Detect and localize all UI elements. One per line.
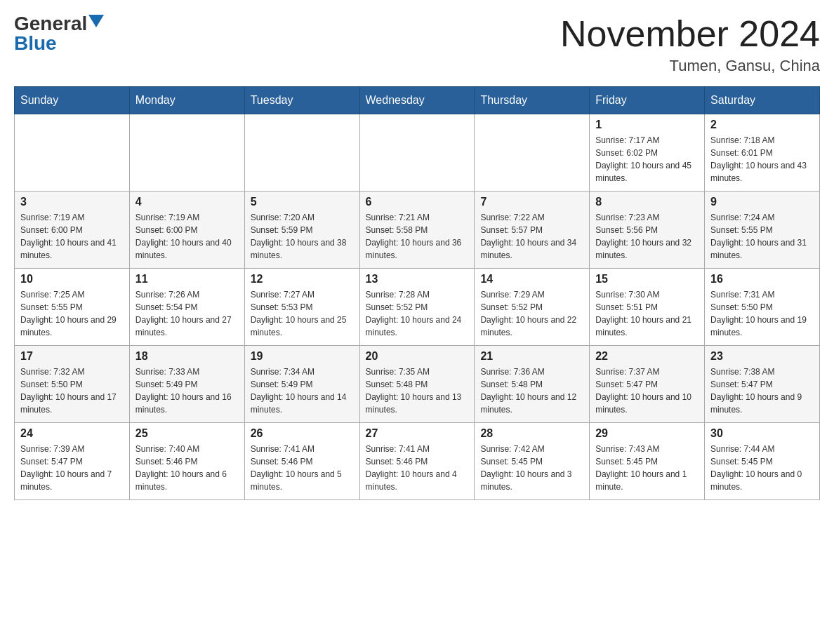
day-cell: 1Sunrise: 7:17 AMSunset: 6:02 PMDaylight… bbox=[590, 114, 705, 192]
day-cell: 14Sunrise: 7:29 AMSunset: 5:52 PMDayligh… bbox=[475, 269, 590, 346]
day-number: 18 bbox=[135, 350, 239, 363]
day-number: 14 bbox=[480, 273, 583, 286]
day-cell: 18Sunrise: 7:33 AMSunset: 5:49 PMDayligh… bbox=[129, 346, 244, 423]
header-friday: Friday bbox=[590, 87, 705, 114]
day-cell: 30Sunrise: 7:44 AMSunset: 5:45 PMDayligh… bbox=[705, 423, 820, 500]
day-cell: 25Sunrise: 7:40 AMSunset: 5:46 PMDayligh… bbox=[129, 423, 244, 500]
week-row-4: 17Sunrise: 7:32 AMSunset: 5:50 PMDayligh… bbox=[15, 346, 820, 423]
title-block: November 2024 Tumen, Gansu, China bbox=[560, 14, 820, 75]
day-cell: 29Sunrise: 7:43 AMSunset: 5:45 PMDayligh… bbox=[590, 423, 705, 500]
day-info: Sunrise: 7:19 AMSunset: 6:00 PMDaylight:… bbox=[135, 211, 239, 262]
day-cell: 16Sunrise: 7:31 AMSunset: 5:50 PMDayligh… bbox=[705, 269, 820, 346]
day-number: 16 bbox=[710, 273, 814, 286]
header-wednesday: Wednesday bbox=[359, 87, 475, 114]
week-row-2: 3Sunrise: 7:19 AMSunset: 6:00 PMDaylight… bbox=[15, 192, 820, 269]
header-monday: Monday bbox=[129, 87, 244, 114]
day-info: Sunrise: 7:40 AMSunset: 5:46 PMDaylight:… bbox=[135, 443, 239, 493]
day-cell: 10Sunrise: 7:25 AMSunset: 5:55 PMDayligh… bbox=[15, 269, 130, 346]
day-number: 3 bbox=[20, 196, 124, 208]
day-number: 1 bbox=[595, 119, 699, 131]
day-info: Sunrise: 7:44 AMSunset: 5:45 PMDaylight:… bbox=[710, 443, 814, 493]
day-cell: 20Sunrise: 7:35 AMSunset: 5:48 PMDayligh… bbox=[359, 346, 475, 423]
day-info: Sunrise: 7:25 AMSunset: 5:55 PMDaylight:… bbox=[20, 288, 124, 339]
day-number: 12 bbox=[251, 273, 354, 286]
header-saturday: Saturday bbox=[705, 87, 820, 114]
day-cell: 23Sunrise: 7:38 AMSunset: 5:47 PMDayligh… bbox=[705, 346, 820, 423]
day-number: 17 bbox=[20, 350, 124, 363]
day-info: Sunrise: 7:29 AMSunset: 5:52 PMDaylight:… bbox=[480, 288, 583, 339]
day-info: Sunrise: 7:38 AMSunset: 5:47 PMDaylight:… bbox=[710, 365, 814, 416]
day-info: Sunrise: 7:24 AMSunset: 5:55 PMDaylight:… bbox=[710, 211, 814, 262]
day-number: 22 bbox=[595, 350, 699, 363]
day-number: 10 bbox=[20, 273, 124, 286]
day-number: 19 bbox=[251, 350, 354, 363]
day-number: 28 bbox=[480, 427, 583, 440]
day-info: Sunrise: 7:41 AMSunset: 5:46 PMDaylight:… bbox=[366, 443, 469, 493]
day-number: 6 bbox=[366, 196, 469, 208]
day-cell bbox=[244, 114, 359, 192]
day-info: Sunrise: 7:22 AMSunset: 5:57 PMDaylight:… bbox=[480, 211, 583, 262]
calendar-table: Sunday Monday Tuesday Wednesday Thursday… bbox=[14, 86, 820, 500]
day-info: Sunrise: 7:33 AMSunset: 5:49 PMDaylight:… bbox=[135, 365, 239, 416]
logo-triangle-icon bbox=[88, 15, 104, 30]
day-cell: 13Sunrise: 7:28 AMSunset: 5:52 PMDayligh… bbox=[359, 269, 475, 346]
day-cell bbox=[359, 114, 475, 192]
day-info: Sunrise: 7:32 AMSunset: 5:50 PMDaylight:… bbox=[20, 365, 124, 416]
day-info: Sunrise: 7:26 AMSunset: 5:54 PMDaylight:… bbox=[135, 288, 239, 339]
day-cell bbox=[475, 114, 590, 192]
day-number: 7 bbox=[480, 196, 583, 208]
month-title: November 2024 bbox=[560, 14, 820, 54]
day-number: 13 bbox=[366, 273, 469, 286]
day-cell: 2Sunrise: 7:18 AMSunset: 6:01 PMDaylight… bbox=[705, 114, 820, 192]
day-number: 23 bbox=[710, 350, 814, 363]
location-title: Tumen, Gansu, China bbox=[560, 57, 820, 75]
day-cell: 3Sunrise: 7:19 AMSunset: 6:00 PMDaylight… bbox=[15, 192, 130, 269]
day-number: 26 bbox=[251, 427, 354, 440]
logo-general-text: General bbox=[14, 14, 87, 34]
day-number: 5 bbox=[251, 196, 354, 208]
day-cell: 4Sunrise: 7:19 AMSunset: 6:00 PMDaylight… bbox=[129, 192, 244, 269]
svg-marker-0 bbox=[88, 15, 104, 27]
day-info: Sunrise: 7:27 AMSunset: 5:53 PMDaylight:… bbox=[251, 288, 354, 339]
day-info: Sunrise: 7:43 AMSunset: 5:45 PMDaylight:… bbox=[595, 443, 699, 493]
day-number: 15 bbox=[595, 273, 699, 286]
day-info: Sunrise: 7:35 AMSunset: 5:48 PMDaylight:… bbox=[366, 365, 469, 416]
day-cell: 21Sunrise: 7:36 AMSunset: 5:48 PMDayligh… bbox=[475, 346, 590, 423]
day-number: 30 bbox=[710, 427, 814, 440]
day-cell: 8Sunrise: 7:23 AMSunset: 5:56 PMDaylight… bbox=[590, 192, 705, 269]
day-info: Sunrise: 7:20 AMSunset: 5:59 PMDaylight:… bbox=[251, 211, 354, 262]
day-cell: 27Sunrise: 7:41 AMSunset: 5:46 PMDayligh… bbox=[359, 423, 475, 500]
day-info: Sunrise: 7:41 AMSunset: 5:46 PMDaylight:… bbox=[251, 443, 354, 493]
day-info: Sunrise: 7:39 AMSunset: 5:47 PMDaylight:… bbox=[20, 443, 124, 493]
week-row-3: 10Sunrise: 7:25 AMSunset: 5:55 PMDayligh… bbox=[15, 269, 820, 346]
header-tuesday: Tuesday bbox=[244, 87, 359, 114]
day-info: Sunrise: 7:37 AMSunset: 5:47 PMDaylight:… bbox=[595, 365, 699, 416]
day-info: Sunrise: 7:19 AMSunset: 6:00 PMDaylight:… bbox=[20, 211, 124, 262]
week-row-5: 24Sunrise: 7:39 AMSunset: 5:47 PMDayligh… bbox=[15, 423, 820, 500]
day-info: Sunrise: 7:18 AMSunset: 6:01 PMDaylight:… bbox=[710, 134, 814, 185]
day-cell: 22Sunrise: 7:37 AMSunset: 5:47 PMDayligh… bbox=[590, 346, 705, 423]
day-cell bbox=[129, 114, 244, 192]
day-info: Sunrise: 7:31 AMSunset: 5:50 PMDaylight:… bbox=[710, 288, 814, 339]
day-number: 29 bbox=[595, 427, 699, 440]
day-info: Sunrise: 7:36 AMSunset: 5:48 PMDaylight:… bbox=[480, 365, 583, 416]
day-info: Sunrise: 7:34 AMSunset: 5:49 PMDaylight:… bbox=[251, 365, 354, 416]
day-number: 21 bbox=[480, 350, 583, 363]
day-cell: 9Sunrise: 7:24 AMSunset: 5:55 PMDaylight… bbox=[705, 192, 820, 269]
week-row-1: 1Sunrise: 7:17 AMSunset: 6:02 PMDaylight… bbox=[15, 114, 820, 192]
day-number: 24 bbox=[20, 427, 124, 440]
day-cell: 7Sunrise: 7:22 AMSunset: 5:57 PMDaylight… bbox=[475, 192, 590, 269]
day-cell: 11Sunrise: 7:26 AMSunset: 5:54 PMDayligh… bbox=[129, 269, 244, 346]
day-cell: 17Sunrise: 7:32 AMSunset: 5:50 PMDayligh… bbox=[15, 346, 130, 423]
page-header: General Blue November 2024 Tumen, Gansu,… bbox=[14, 14, 820, 75]
day-info: Sunrise: 7:21 AMSunset: 5:58 PMDaylight:… bbox=[366, 211, 469, 262]
day-number: 20 bbox=[366, 350, 469, 363]
day-number: 2 bbox=[710, 119, 814, 131]
day-cell: 19Sunrise: 7:34 AMSunset: 5:49 PMDayligh… bbox=[244, 346, 359, 423]
day-cell: 5Sunrise: 7:20 AMSunset: 5:59 PMDaylight… bbox=[244, 192, 359, 269]
day-number: 11 bbox=[135, 273, 239, 286]
day-number: 25 bbox=[135, 427, 239, 440]
day-cell: 26Sunrise: 7:41 AMSunset: 5:46 PMDayligh… bbox=[244, 423, 359, 500]
day-info: Sunrise: 7:23 AMSunset: 5:56 PMDaylight:… bbox=[595, 211, 699, 262]
logo: General Blue bbox=[14, 14, 104, 53]
